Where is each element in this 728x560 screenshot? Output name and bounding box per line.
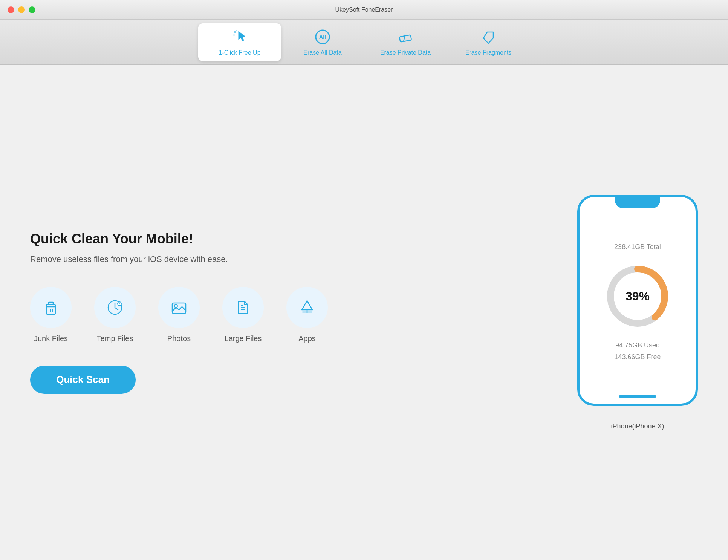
svg-rect-5 [399, 35, 411, 42]
storage-donut-chart: 39% [604, 262, 671, 330]
erase-all-icon: All [314, 28, 331, 46]
svg-text:All: All [319, 34, 326, 40]
photos-label: Photos [167, 334, 191, 343]
minimize-button[interactable] [18, 6, 25, 13]
temp-files-icon [94, 287, 136, 328]
right-panel: 238.41GB Total 39% 94.75GB Used [577, 195, 698, 430]
window-controls [8, 6, 35, 13]
device-free: 143.66GB Free [614, 353, 661, 361]
storage-percent-label: 39% [626, 289, 650, 303]
device-total: 238.41GB Total [614, 243, 661, 251]
quick-scan-button[interactable]: Quick Scan [30, 366, 136, 394]
main-headline: Quick Clean Your Mobile! [30, 231, 547, 247]
svg-point-0 [234, 31, 236, 33]
tab-erase-fragments-label: Erase Fragments [465, 49, 512, 56]
tab-erase-fragments[interactable]: Erase Fragments [447, 23, 530, 61]
tab-one-click-label: 1-Click Free Up [219, 49, 260, 56]
icon-grid: Junk Files Temp Files [30, 287, 547, 343]
photos-item[interactable]: Photos [158, 287, 200, 343]
svg-point-1 [233, 34, 235, 36]
large-files-item[interactable]: Large Files [222, 287, 264, 343]
phone-stats: 94.75GB Used 143.66GB Free [614, 341, 661, 361]
title-bar: UkeySoft FoneEraser [0, 0, 728, 20]
tab-erase-all-data[interactable]: All Erase All Data [281, 23, 364, 61]
one-click-icon [231, 28, 248, 46]
phone-frame: 238.41GB Total 39% 94.75GB Used [577, 195, 698, 406]
tab-one-click-free-up[interactable]: 1-Click Free Up [198, 23, 281, 61]
phone-notch [615, 197, 660, 208]
phone-home-bar [619, 395, 656, 398]
tab-erase-private-data[interactable]: Erase Private Data [364, 23, 447, 61]
tab-erase-private-label: Erase Private Data [380, 49, 431, 56]
junk-files-item[interactable]: Junk Files [30, 287, 72, 343]
device-used: 94.75GB Used [615, 341, 660, 349]
photos-icon [158, 287, 200, 328]
svg-point-2 [236, 30, 237, 31]
large-files-icon [222, 287, 264, 328]
maximize-button[interactable] [29, 6, 35, 13]
temp-files-item[interactable]: Temp Files [94, 287, 136, 343]
junk-files-icon [30, 287, 72, 328]
large-files-label: Large Files [225, 334, 262, 343]
erase-private-icon [397, 28, 414, 46]
phone-container: 238.41GB Total 39% 94.75GB Used [577, 195, 698, 413]
window-title: UkeySoft FoneEraser [335, 6, 393, 13]
left-panel: Quick Clean Your Mobile! Remove useless … [30, 231, 547, 394]
erase-fragments-icon [480, 28, 497, 46]
apps-label: Apps [298, 334, 316, 343]
junk-files-label: Junk Files [34, 334, 68, 343]
main-content: Quick Clean Your Mobile! Remove useless … [0, 65, 728, 560]
temp-files-label: Temp Files [97, 334, 133, 343]
apps-icon [286, 287, 328, 328]
device-name: iPhone(iPhone X) [611, 422, 664, 430]
apps-item[interactable]: Apps [286, 287, 328, 343]
main-subtitle: Remove useless files from your iOS devic… [30, 254, 547, 264]
close-button[interactable] [8, 6, 14, 13]
nav-bar: 1-Click Free Up All Erase All Data Erase… [0, 20, 728, 65]
tab-erase-all-label: Erase All Data [303, 49, 341, 56]
